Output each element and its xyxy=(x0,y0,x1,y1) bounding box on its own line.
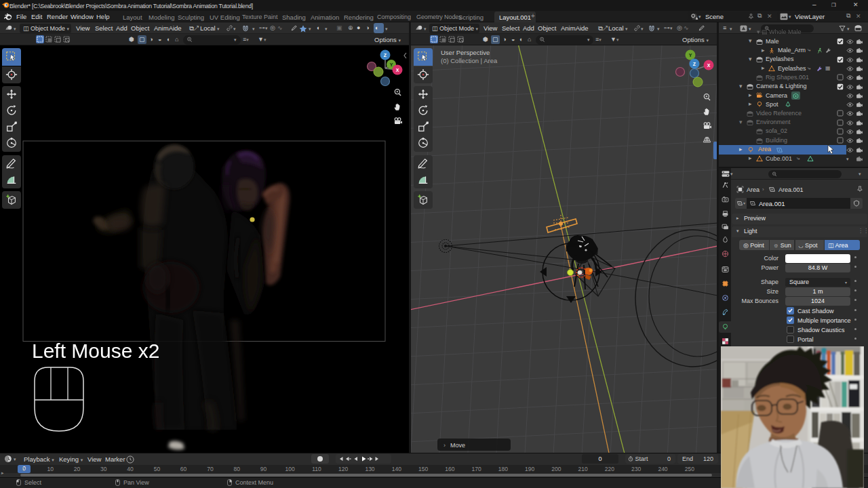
svg-text:X: X xyxy=(707,63,711,68)
svg-text:›: › xyxy=(443,442,446,449)
svg-text:Y: Y xyxy=(689,53,692,58)
svg-text:Move: Move xyxy=(450,442,465,449)
svg-text:User Perspective: User Perspective xyxy=(441,49,490,56)
svg-text:(0) Collection | Area: (0) Collection | Area xyxy=(441,57,498,64)
svg-text:Y: Y xyxy=(390,62,393,67)
svg-text:Z: Z xyxy=(693,62,696,66)
svg-text:X: X xyxy=(396,68,399,73)
svg-text:Z: Z xyxy=(384,53,387,58)
